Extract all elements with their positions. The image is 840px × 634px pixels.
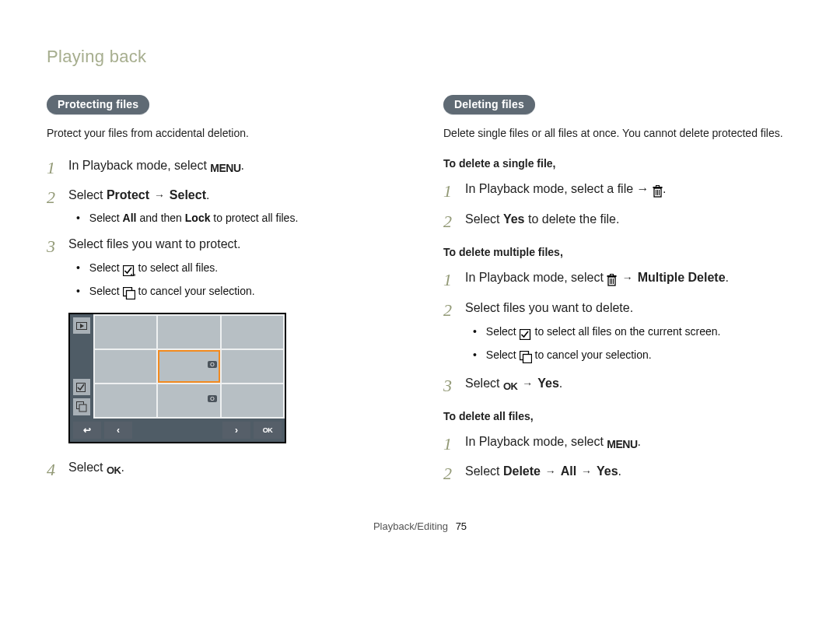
ok-icon: OK bbox=[107, 462, 121, 478]
deselect-icon bbox=[123, 285, 135, 302]
single-step-2: Select Yes to delete the file. bbox=[443, 209, 793, 229]
svg-rect-23 bbox=[523, 354, 531, 363]
manual-page: Playing back Protecting files Protect yo… bbox=[0, 0, 840, 555]
protect-key-icon: O bbox=[208, 361, 216, 368]
arrow-icon: → bbox=[541, 465, 561, 478]
arrow-icon: → bbox=[517, 377, 537, 390]
step-text: Select bbox=[68, 461, 107, 474]
svg-rect-8 bbox=[79, 405, 86, 412]
step-text: In Playback mode, select bbox=[68, 159, 210, 172]
delete-all-steps: In Playback mode, select MENU. Select De… bbox=[443, 432, 793, 482]
svg-rect-3 bbox=[126, 290, 135, 299]
protect-key-icon: O bbox=[208, 395, 216, 402]
camera-left-toolbar bbox=[70, 314, 93, 419]
trash-icon bbox=[607, 270, 617, 290]
step-sub: Select to cancel your selection. bbox=[76, 283, 397, 302]
single-step-1: In Playback mode, select a file → . bbox=[443, 179, 793, 201]
trash-icon bbox=[653, 181, 663, 201]
step-bold: Select bbox=[170, 188, 206, 201]
subhead-single: To delete a single file, bbox=[443, 157, 793, 170]
select-all-icon: All bbox=[123, 262, 135, 278]
menu-icon: MENU bbox=[607, 436, 637, 454]
step-sub: Select to select all files on the curren… bbox=[473, 324, 793, 342]
all-step-1: In Playback mode, select MENU. bbox=[443, 432, 793, 454]
selected-thumbnail: O bbox=[158, 350, 219, 383]
svg-rect-17 bbox=[611, 274, 614, 275]
protect-step-2: Select Protect → Select. Select All and … bbox=[47, 185, 397, 226]
prev-icon: ‹ bbox=[104, 422, 132, 439]
svg-marker-5 bbox=[80, 324, 84, 328]
arrow-icon: → bbox=[149, 189, 170, 201]
step-sub: Select All to select all files. bbox=[76, 260, 397, 278]
back-icon: ↩ bbox=[73, 422, 101, 439]
footer-section: Playback/Editing bbox=[373, 520, 448, 532]
multi-step-2: Select files you want to delete. Select … bbox=[443, 298, 793, 365]
step-text: . bbox=[206, 188, 209, 201]
section-pill-protecting: Protecting files bbox=[47, 95, 149, 114]
camera-screenshot: O O ↩ ‹ › OK bbox=[68, 313, 286, 443]
page-footer: Playback/Editing 75 bbox=[47, 520, 793, 532]
camera-bottom-bar: ↩ ‹ › OK bbox=[70, 419, 285, 442]
thumbnail-with-key: O bbox=[158, 384, 219, 417]
step-text: Select bbox=[68, 188, 107, 201]
protect-step-4: Select OK. bbox=[47, 457, 397, 478]
menu-icon: MENU bbox=[210, 159, 240, 177]
running-head: Playing back bbox=[47, 47, 793, 67]
protecting-steps-cont: Select OK. bbox=[47, 457, 397, 478]
step-text: Select files you want to protect. bbox=[68, 237, 240, 250]
step-bold: Protect bbox=[107, 188, 149, 201]
select-all-icon bbox=[73, 379, 90, 396]
ok-button: OK bbox=[254, 422, 282, 439]
arrow-icon: → bbox=[576, 465, 597, 478]
all-step-2: Select Delete → All → Yes. bbox=[443, 461, 793, 482]
multi-step-1: In Playback mode, select → Multiple Dele… bbox=[443, 268, 793, 290]
delete-multi-steps: In Playback mode, select → Multiple Dele… bbox=[443, 268, 793, 394]
subhead-multi: To delete multiple files, bbox=[443, 246, 793, 258]
left-column: Protecting files Protect your files from… bbox=[47, 95, 397, 489]
multi-step-3: Select OK → Yes. bbox=[443, 373, 793, 394]
subhead-all: To delete all files, bbox=[443, 410, 793, 422]
step-sub: Select to cancel your selection. bbox=[473, 347, 793, 366]
right-column: Deleting files Delete single files or al… bbox=[443, 95, 793, 489]
ok-icon: OK bbox=[503, 378, 518, 394]
arrow-icon: → bbox=[621, 271, 638, 284]
protecting-intro: Protect your files from accidental delet… bbox=[47, 125, 397, 142]
page-number: 75 bbox=[456, 520, 467, 532]
delete-single-steps: In Playback mode, select a file → . Sele… bbox=[443, 179, 793, 230]
next-icon: › bbox=[222, 422, 250, 439]
playback-mode-icon bbox=[73, 317, 90, 335]
protect-step-3: Select files you want to protect. Select… bbox=[47, 234, 397, 301]
columns: Protecting files Protect your files from… bbox=[47, 95, 793, 489]
deleting-intro: Delete single files or all files at once… bbox=[443, 125, 793, 142]
camera-thumbnail-grid: O O bbox=[93, 314, 285, 419]
protect-step-1: In Playback mode, select MENU. bbox=[47, 156, 397, 177]
step-sub: Select All and then Lock to protect all … bbox=[76, 210, 397, 226]
svg-text:All: All bbox=[130, 272, 135, 276]
section-pill-deleting: Deleting files bbox=[443, 95, 535, 114]
select-all-icon bbox=[520, 326, 532, 342]
svg-rect-11 bbox=[656, 186, 660, 187]
deselect-icon bbox=[520, 349, 532, 366]
deselect-icon bbox=[73, 398, 90, 415]
protecting-steps: In Playback mode, select MENU. Select Pr… bbox=[47, 156, 397, 302]
